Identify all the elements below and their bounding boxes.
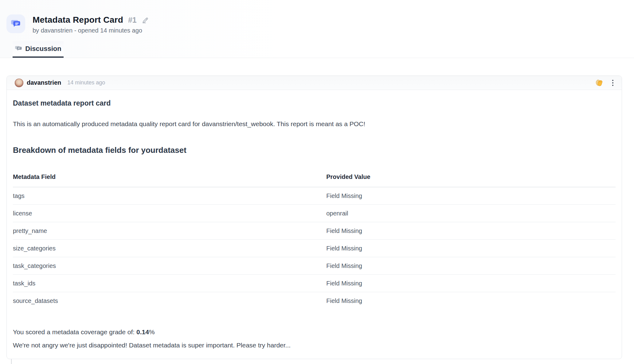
metadata-field-cell: pretty_name	[13, 222, 326, 240]
thread-connector-line	[11, 359, 12, 364]
table-row: source_datasetsField Missing	[13, 292, 616, 310]
discussion-type-icon-box	[6, 14, 25, 33]
column-header-provided-value: Provided Value	[326, 173, 616, 187]
provided-value-cell: Field Missing	[326, 292, 616, 310]
score-line: You scored a metadata coverage grade of:…	[13, 328, 616, 336]
table-header-row: Metadata Field Provided Value	[13, 173, 616, 187]
column-header-metadata-field: Metadata Field	[13, 173, 326, 187]
page-header: Metadata Report Card #1 by davanstrien -…	[0, 0, 634, 58]
provided-value-cell: Field Missing	[326, 275, 616, 292]
comment-header: davanstrien 14 minutes ago	[7, 76, 622, 90]
comment-intro: This is an automatically produced metada…	[13, 120, 616, 128]
comment-card: davanstrien 14 minutes ago Dataset metad…	[6, 76, 622, 359]
table-row: task_idsField Missing	[13, 275, 616, 292]
score-suffix: %	[149, 328, 155, 335]
chat-bubbles-icon	[11, 18, 21, 30]
provided-value-cell: Field Missing	[326, 240, 616, 257]
provided-value-cell: openrail	[326, 205, 616, 222]
comment-heading: Dataset metadata report card	[13, 99, 616, 107]
discussion-chat-icon	[15, 45, 22, 53]
comment-body: Dataset metadata report card This is an …	[7, 90, 622, 349]
score-value: 0.14	[136, 328, 149, 335]
provided-value-cell: Field Missing	[326, 257, 616, 275]
kebab-menu-icon[interactable]	[609, 78, 616, 87]
closing-line: We're not angry we're just disappointed!…	[13, 342, 616, 349]
metadata-field-cell: task_categories	[13, 257, 326, 275]
comment-author[interactable]: davanstrien	[27, 79, 61, 86]
score-prefix: You scored a metadata coverage grade of:	[13, 328, 136, 335]
metadata-field-cell: source_datasets	[13, 292, 326, 310]
table-row: task_categoriesField Missing	[13, 257, 616, 275]
provided-value-cell: Field Missing	[326, 187, 616, 205]
metadata-table: Metadata Field Provided Value tagsField …	[13, 173, 616, 309]
tab-discussion-label: Discussion	[25, 45, 61, 53]
table-row: licenseopenrail	[13, 205, 616, 222]
table-row: size_categoriesField Missing	[13, 240, 616, 257]
metadata-field-cell: size_categories	[13, 240, 326, 257]
table-row: pretty_nameField Missing	[13, 222, 616, 240]
provided-value-cell: Field Missing	[326, 222, 616, 240]
section-heading: Breakdown of metadata fields for yourdat…	[13, 145, 616, 155]
page-title: Metadata Report Card	[33, 15, 123, 25]
table-row: tagsField Missing	[13, 187, 616, 205]
metadata-table-body: tagsField Missinglicenseopenrailpretty_n…	[13, 187, 616, 310]
metadata-field-cell: license	[13, 205, 326, 222]
clapping-hands-emoji[interactable]	[594, 78, 604, 87]
metadata-field-cell: task_ids	[13, 275, 326, 292]
issue-number: #1	[128, 16, 137, 25]
metadata-field-cell: tags	[13, 187, 326, 205]
tab-discussion[interactable]: Discussion	[13, 41, 64, 58]
avatar[interactable]	[15, 79, 23, 87]
pencil-icon[interactable]	[142, 16, 149, 25]
byline: by davanstrien - opened 14 minutes ago	[33, 27, 149, 34]
comment-timestamp: 14 minutes ago	[67, 79, 105, 86]
tab-bar: Discussion	[0, 41, 634, 58]
